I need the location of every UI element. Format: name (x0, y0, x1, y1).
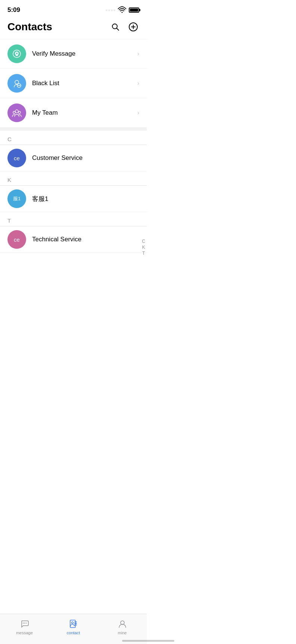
verify-message-avatar (7, 44, 26, 63)
signal-icon (106, 9, 115, 11)
verify-message-chevron: › (137, 50, 139, 57)
contact-item-ke-fu-1[interactable]: 服1 客服1 (0, 186, 147, 212)
add-circle-icon (128, 22, 138, 32)
status-time: 5:09 (7, 6, 20, 14)
customer-service-initials: ce (14, 155, 20, 161)
svg-point-8 (13, 111, 15, 114)
index-letter-t[interactable]: T (142, 251, 145, 256)
contacts-section: C ce Customer Service K 服1 客服1 T ce Tech… (0, 131, 147, 253)
index-bar: C K T (142, 239, 145, 256)
index-letter-k[interactable]: K (142, 245, 145, 250)
add-contact-button[interactable] (127, 21, 139, 33)
special-items-list: Verify Message › Black List › (0, 39, 147, 128)
page-title: Contacts (7, 21, 52, 33)
group-label-t: T (0, 212, 147, 226)
customer-service-avatar: ce (7, 149, 26, 167)
customer-service-name: Customer Service (32, 154, 82, 162)
section-separator (0, 128, 147, 131)
black-list-avatar (7, 74, 26, 93)
verify-message-item[interactable]: Verify Message › (0, 39, 147, 69)
black-list-chevron: › (137, 80, 139, 87)
contact-item-technical-service[interactable]: ce Technical Service (0, 226, 147, 253)
search-icon (111, 22, 120, 31)
svg-point-5 (15, 80, 19, 84)
my-team-item[interactable]: My Team › (0, 98, 147, 128)
svg-point-0 (122, 12, 123, 13)
svg-point-9 (18, 111, 21, 114)
group-label-k: K (0, 171, 147, 185)
header: Contacts (0, 18, 147, 39)
black-list-item[interactable]: Black List › (0, 69, 147, 98)
verify-message-label: Verify Message (32, 50, 137, 58)
my-team-avatar (7, 103, 26, 122)
group-label-c: C (0, 131, 147, 145)
my-team-chevron: › (137, 109, 139, 116)
ke-fu-1-name: 客服1 (32, 195, 48, 203)
header-actions (109, 21, 139, 33)
status-bar: 5:09 (0, 0, 147, 18)
index-letter-c[interactable]: C (142, 239, 145, 244)
ke-fu-1-initials: 服1 (13, 195, 21, 202)
contact-item-customer-service[interactable]: ce Customer Service (0, 145, 147, 171)
technical-service-avatar: ce (7, 230, 26, 249)
black-list-label: Black List (32, 80, 137, 87)
my-team-label: My Team (32, 109, 137, 117)
svg-point-7 (15, 110, 18, 113)
wifi-icon (118, 6, 127, 15)
status-icons (106, 6, 139, 15)
battery-icon (129, 7, 139, 13)
ke-fu-1-avatar: 服1 (7, 189, 26, 208)
technical-service-name: Technical Service (32, 236, 81, 243)
technical-service-initials: ce (14, 236, 20, 243)
svg-point-4 (16, 53, 18, 54)
search-button[interactable] (109, 21, 121, 33)
